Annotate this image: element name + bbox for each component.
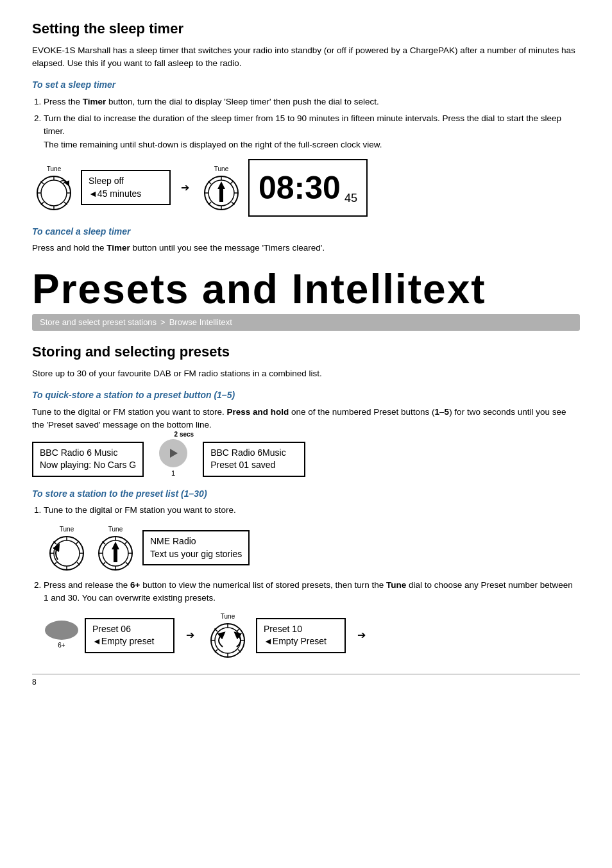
page-number: 8 <box>32 677 580 688</box>
sleep-off-lcd: Sleep off ◄45 minutes <box>81 170 171 205</box>
sleep-timer-heading: Setting the sleep timer <box>32 19 580 39</box>
store-steps: Tune to the digital or FM station you wa… <box>32 504 580 517</box>
saved-line1: BBC Radio 6Music <box>210 447 298 460</box>
preset-display-row: 6+ Preset 06 ◄Empty preset ➔ Tune <box>45 612 580 658</box>
clock-lcd: 08:30 45 <box>248 159 368 217</box>
6plus-oval <box>45 621 78 640</box>
bbc-line2: Now playing: No Cars G <box>40 459 136 472</box>
clock-num: 45 <box>344 190 357 206</box>
arrow-right-1: ➔ <box>181 181 189 195</box>
bbc-lcd: BBC Radio 6 Music Now playing: No Cars G <box>32 442 144 477</box>
dial-tune-right: Tune <box>98 525 133 571</box>
preset06-line2: ◄Empty preset <box>92 635 167 648</box>
btn-number: 1 <box>171 469 175 478</box>
preset10-lcd: Preset 10 ◄Empty Preset <box>256 618 346 653</box>
quick-store-heading: To quick-store a station to a preset but… <box>32 389 580 402</box>
nme-display-row: Tune Tune <box>45 525 580 571</box>
dial-tune-left: Tune <box>49 525 85 571</box>
dial-tune-left-svg <box>49 535 85 571</box>
dial-1-svg <box>36 175 72 211</box>
svg-rect-21 <box>219 189 223 202</box>
svg-rect-44 <box>114 549 117 562</box>
sleep-timer-steps: Press the Timer button, turn the dial to… <box>32 96 580 151</box>
lcd1-line2: ◄45 minutes <box>89 188 163 201</box>
sleep-timer-step-2: Turn the dial to increase the duration o… <box>44 112 580 151</box>
sleep-timer-intro: EVOKE-1S Marshall has a sleep timer that… <box>32 44 580 71</box>
arrow-right-2: ➔ <box>186 628 194 642</box>
store-step-2: Press and release the 6+ button to view … <box>44 579 580 605</box>
dial-preset10: Tune <box>210 612 246 658</box>
svg-marker-22 <box>170 449 178 458</box>
quick-store-text: Tune to the digital or FM station you wa… <box>32 406 580 432</box>
store-steps-2: Press and release the 6+ button to view … <box>32 579 580 605</box>
preset06-line1: Preset 06 <box>92 623 167 636</box>
breadcrumb-part1: Store and select preset stations <box>40 317 157 328</box>
svg-line-41 <box>124 541 128 544</box>
quick-store-display-row: BBC Radio 6 Music Now playing: No Cars G… <box>32 439 580 478</box>
store-step-1: Tune to the digital or FM station you wa… <box>44 504 580 517</box>
svg-line-18 <box>230 181 234 184</box>
secs-label: 2 secs <box>174 430 194 439</box>
svg-marker-20 <box>217 181 225 189</box>
chapter-title: Presets and Intellitext <box>32 267 580 312</box>
clock-time: 08:30 <box>259 165 341 210</box>
sleep-timer-step-1: Press the Timer button, turn the dial to… <box>44 96 580 108</box>
nme-line1: NME Radio <box>150 535 242 548</box>
dial-tune-right-svg <box>98 535 133 571</box>
bbc-line1: BBC Radio 6 Music <box>40 447 136 460</box>
cancel-sleep-timer-text: Press and hold the Timer button until yo… <box>32 242 580 255</box>
svg-line-31 <box>76 541 79 544</box>
saved-line2: Preset 01 saved <box>210 459 298 472</box>
6plus-button-container: 6+ <box>45 621 78 650</box>
preset-1-button: 2 secs 1 <box>159 439 187 478</box>
sleep-timer-display-row: Tune Sleep o <box>32 159 580 217</box>
preset-btn-circle: 2 secs <box>159 439 187 467</box>
dial-1-label: Tune <box>47 165 61 174</box>
storing-heading: Storing and selecting presets <box>32 342 580 362</box>
dial-tune-left-label: Tune <box>60 525 74 534</box>
dial-preset10-svg <box>210 622 246 658</box>
cancel-sleep-timer-heading: To cancel a sleep timer <box>32 226 580 238</box>
page-divider <box>32 674 580 674</box>
preset10-line2: ◄Empty Preset <box>264 635 338 648</box>
svg-marker-43 <box>112 542 119 549</box>
dial-1: Tune <box>36 165 72 211</box>
dial-preset10-label: Tune <box>221 612 235 621</box>
play-icon <box>167 447 180 460</box>
arrow-right-3: ➔ <box>357 628 366 642</box>
dial-2-svg <box>203 175 239 211</box>
storing-intro: Store up to 30 of your favourite DAB or … <box>32 367 580 380</box>
preset06-lcd: Preset 06 ◄Empty preset <box>85 618 174 653</box>
dial-2: Tune <box>203 165 239 211</box>
saved-lcd: BBC Radio 6Music Preset 01 saved <box>203 442 305 477</box>
breadcrumb: Store and select preset stations > Brows… <box>32 314 580 331</box>
dial-tune-right-label: Tune <box>108 525 123 534</box>
breadcrumb-part2: Browse Intellitext <box>169 317 232 328</box>
dial-2-label: Tune <box>214 165 228 174</box>
6plus-label: 6+ <box>58 641 65 650</box>
set-sleep-timer-heading: To set a sleep timer <box>32 79 580 92</box>
lcd1-line1: Sleep off <box>89 175 163 188</box>
nme-lcd: NME Radio Text us your gig stories <box>142 530 250 565</box>
preset10-line1: Preset 10 <box>264 623 338 636</box>
nme-line2: Text us your gig stories <box>150 548 242 561</box>
breadcrumb-sep: > <box>160 317 166 328</box>
store-list-heading: To store a station to the preset list (1… <box>32 488 580 501</box>
svg-line-53 <box>237 629 240 632</box>
